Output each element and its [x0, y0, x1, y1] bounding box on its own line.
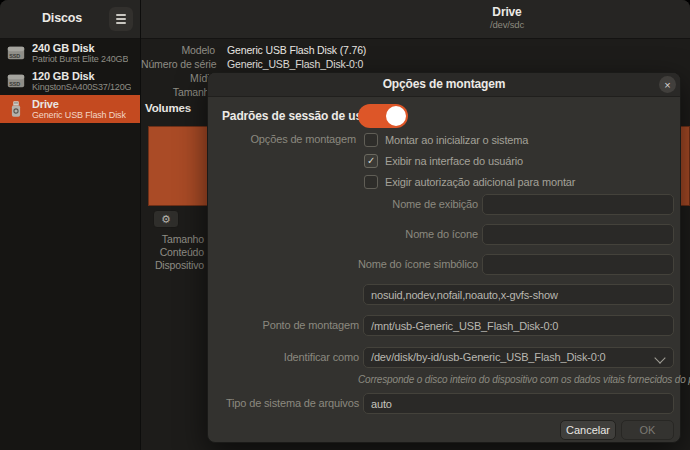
disk-subtitle: KingstonSA400S37/120G	[32, 82, 131, 93]
sidebar-header: Discos	[0, 0, 140, 39]
info-label: Tamanho	[141, 86, 215, 98]
mount-options-input[interactable]	[363, 284, 674, 305]
icon-name-input[interactable]	[482, 224, 674, 245]
checkbox-label: Exigir autorização adicional para montar	[385, 176, 575, 188]
sidebar-item-disk-240gb[interactable]: SSD 240 GB Disk Patriot Burst Elite 240G…	[0, 39, 140, 67]
checkbox-row-mount-at-startup: Montar ao inicializar o sistema	[364, 132, 528, 147]
info-label: Número de série	[141, 58, 215, 70]
filesystem-type-label: Tipo de sistema de arquivos	[222, 397, 359, 409]
close-icon: ×	[664, 79, 670, 91]
session-defaults-toggle[interactable]	[358, 104, 408, 128]
mount-options-dialog: Opções de montagem × Padrões de sessão d…	[207, 72, 681, 443]
volume-size-label: Tamanho	[141, 233, 204, 246]
gear-icon: ⚙	[161, 213, 171, 225]
cancel-button[interactable]: Cancelar	[560, 420, 616, 440]
checkbox-label: Montar ao inicializar o sistema	[385, 134, 528, 146]
info-row-model: Modelo Generic USB Flash Disk (7.76)	[141, 43, 366, 57]
checkbox-row-show-in-ui: ✓ Exibir na interface do usuário	[364, 153, 523, 168]
sidebar-item-usb-drive[interactable]: Drive Generic USB Flash Disk	[0, 95, 140, 123]
display-name-label: Nome de exibição	[222, 198, 478, 210]
identify-as-note: Corresponde o disco inteiro do dispositi…	[358, 374, 674, 385]
close-button[interactable]: ×	[659, 76, 676, 93]
checkbox-require-auth[interactable]	[364, 175, 378, 189]
disk-subtitle: Patriot Burst Elite 240GB	[32, 54, 128, 65]
symbolic-icon-name-input[interactable]	[482, 254, 674, 275]
svg-text:SSD: SSD	[9, 81, 20, 87]
info-row-serial: Número de série Generic_USB_Flash_Disk-0…	[141, 57, 366, 71]
hamburger-icon	[116, 14, 126, 24]
disk-title: 120 GB Disk	[32, 70, 131, 82]
info-value: Generic USB Flash Disk (7.76)	[227, 44, 366, 56]
checkbox-show-in-ui[interactable]: ✓	[364, 154, 378, 168]
dialog-titlebar[interactable]: Opções de montagem ×	[208, 73, 680, 97]
mount-point-label: Ponto de montagem	[222, 319, 359, 331]
usb-drive-icon	[6, 99, 26, 119]
symbolic-icon-name-label: Nome do ícone simbólico	[222, 258, 478, 270]
filesystem-type-input[interactable]	[363, 393, 674, 414]
ssd-icon: SSD	[6, 43, 26, 63]
volume-device-label: Dispositivo	[141, 259, 204, 272]
checkbox-label: Exibir na interface do usuário	[385, 155, 523, 167]
disk-title: 240 GB Disk	[32, 42, 128, 54]
dialog-title: Opções de montagem	[383, 77, 506, 91]
identify-as-value: /dev/disk/by-id/usb-Generic_USB_Flash_Di…	[371, 351, 606, 363]
display-name-input[interactable]	[482, 194, 674, 215]
main-headerbar: Drive /dev/sdc	[141, 0, 690, 39]
volume-gear-button[interactable]: ⚙	[153, 210, 179, 228]
checkbox-mount-at-startup[interactable]	[364, 133, 378, 147]
ok-button[interactable]: OK	[621, 420, 674, 440]
icon-name-label: Nome do ícone	[222, 228, 478, 240]
checkbox-row-require-auth: Exigir autorização adicional para montar	[364, 174, 575, 189]
toggle-knob	[386, 106, 406, 126]
disk-subtitle: Generic USB Flash Disk	[32, 110, 126, 121]
ssd-icon: SSD	[6, 71, 26, 91]
mount-point-input[interactable]	[363, 315, 674, 336]
mount-options-group-label: Opções de montagem	[222, 133, 356, 145]
info-value: Generic_USB_Flash_Disk-0:0	[227, 58, 363, 70]
identify-as-label: Identificar como	[222, 351, 359, 363]
device-path: /dev/sdc	[490, 19, 524, 30]
info-label: Modelo	[141, 44, 215, 56]
gnome-disks-window: Discos SSD 240 GB Disk Patriot Burst Eli…	[0, 0, 690, 450]
chevron-down-icon	[654, 352, 665, 363]
volume-detail-labels: Tamanho Conteúdo Dispositivo	[141, 233, 204, 272]
sidebar-item-disk-120gb[interactable]: SSD 120 GB Disk KingstonSA400S37/120G	[0, 67, 140, 95]
info-label: Mídia	[141, 72, 215, 84]
identify-as-select[interactable]: /dev/disk/by-id/usb-Generic_USB_Flash_Di…	[363, 347, 674, 368]
volume-contents-label: Conteúdo	[141, 246, 204, 259]
disk-title: Drive	[32, 98, 126, 110]
app-menu-button[interactable]	[109, 7, 133, 31]
svg-text:SSD: SSD	[9, 53, 20, 59]
app-title: Discos	[42, 11, 82, 25]
volumes-section-title: Volumes	[145, 102, 191, 114]
page-title: Drive	[490, 5, 524, 19]
disk-list: SSD 240 GB Disk Patriot Burst Elite 240G…	[0, 39, 140, 123]
sidebar: Discos SSD 240 GB Disk Patriot Burst Eli…	[0, 0, 141, 450]
